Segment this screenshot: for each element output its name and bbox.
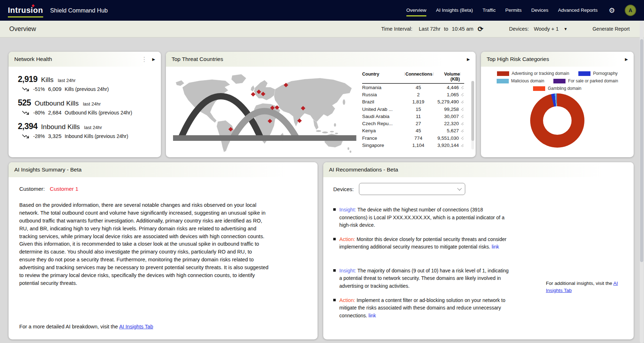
insight-item: Insight: The majority of domains (9 out … [333, 267, 512, 290]
cell-connections: 27 [404, 121, 433, 126]
page-scrollbar-track [640, 21, 644, 343]
table-row: Russia21,065 [362, 91, 464, 98]
threat-countries-header: Top Threat Countries ▶ [166, 52, 476, 67]
stat-period: last 24hr [58, 78, 76, 83]
resize-handle-icon[interactable] [461, 122, 464, 126]
legend-item[interactable]: Malicious domain [497, 78, 544, 83]
page-title: Overview [9, 25, 36, 33]
ai-summary-body: Customer: Customer 1 Based on the provid… [9, 177, 318, 339]
action-text: Implement a content filter or ad-blockin… [339, 297, 505, 318]
col-volume[interactable]: Volume (KB) [433, 72, 460, 82]
logo-text: Intrusion [8, 6, 43, 15]
world-map [171, 68, 362, 155]
col-connections[interactable]: Connections [405, 72, 433, 82]
network-health-body: 2,919 Kills last 24hr -51% 6,009 Kills (… [9, 67, 161, 139]
refresh-icon[interactable]: ⟳ [478, 25, 483, 33]
stat-delta: -51% [33, 86, 45, 92]
intrusion-logo[interactable]: Intrusion [8, 6, 43, 15]
resize-handle-icon[interactable] [461, 100, 464, 104]
app-title: Shield Command Hub [50, 7, 108, 14]
chevron-down-icon [457, 186, 462, 191]
gear-icon[interactable]: ⚙ [609, 6, 615, 15]
cell-volume: 5,279,490 [432, 99, 459, 104]
resize-handle-icon[interactable] [461, 86, 464, 89]
nav-permits[interactable]: Permits [505, 7, 522, 14]
cell-connections: 774 [404, 135, 433, 141]
insight-item: Insight: The device with the highest num… [333, 206, 512, 229]
insight-text: The majority of domains (9 out of 10) ha… [339, 268, 509, 289]
generate-report-button[interactable]: Generate Report [593, 26, 630, 32]
stat-prev-label: Inbound Kills (previous 24hr) [65, 133, 128, 139]
action-link[interactable]: link [369, 313, 376, 318]
trend-down-icon [22, 134, 30, 139]
nav-overview[interactable]: Overview [406, 7, 426, 14]
resize-handle-icon[interactable] [461, 107, 464, 111]
ai-recommendations-header: AI Recommendations - Beta [323, 162, 634, 177]
stat-prev-label: Outbound Kills (previous 24hr) [65, 110, 132, 116]
stat-label: Inbound Kills [41, 123, 80, 131]
legend-item[interactable]: Advertising or tracking domain [497, 71, 569, 76]
col-country[interactable]: Country [362, 72, 404, 82]
devices-caret-icon[interactable]: ▼ [564, 27, 568, 31]
page-scrollbar-thumb[interactable] [640, 39, 643, 262]
table-row: Saudi Arabia1130,007 [362, 113, 464, 120]
legend-label: Pornography [593, 71, 618, 76]
resize-handle-icon[interactable] [461, 144, 464, 147]
table-row: United Arab ...1599,258 [362, 106, 464, 113]
nav-advanced-reports[interactable]: Advanced Reports [558, 7, 598, 14]
sub-header-controls: Time Interval: Last 72hr to 10:45 am ⟳ D… [381, 25, 630, 33]
table-scrollbar-thumb[interactable] [471, 81, 474, 141]
ai-insights-tab-link[interactable]: AI Insights Tab [119, 324, 153, 329]
stat-label: Kills [41, 76, 54, 84]
threat-table-header-row: Country Connections Volume (KB) [362, 72, 464, 84]
cell-country: United Arab ... [362, 107, 404, 112]
stat-label: Outbound Kills [35, 99, 79, 107]
legend-swatch [553, 79, 566, 83]
devices-label: Devices: [509, 26, 529, 32]
threat-table: Country Connections Volume (KB) Romania4… [362, 72, 464, 149]
resize-handle-icon[interactable] [461, 129, 464, 133]
resize-handle-icon[interactable] [461, 93, 464, 96]
devices-select[interactable] [359, 183, 465, 195]
insight-label: Insight: [339, 207, 356, 213]
cell-country: Kenya [362, 128, 404, 133]
devices-value[interactable]: Woody + 1 [534, 26, 558, 32]
risk-categories-title: Top High Risk Categories [487, 56, 549, 62]
resize-handle-icon[interactable] [461, 114, 464, 118]
table-row: Brazil1,8195,279,490 [362, 98, 464, 106]
bullet-icon [333, 299, 336, 301]
legend-item[interactable]: Gambling domain [533, 86, 581, 91]
legend-item[interactable]: Pornography [578, 71, 618, 76]
cell-country: Russia [362, 92, 404, 97]
time-to-word: to [444, 26, 448, 32]
trend-down-icon [22, 110, 30, 115]
ai-summary-footer-text: For a more detailed AI breakdown, visit … [19, 324, 119, 329]
expand-arrow-icon[interactable]: ▶ [625, 57, 628, 62]
rec-devices-label: Devices: [333, 186, 354, 192]
stat-kills: 2,919 Kills last 24hr -51% 6,009 Kills (… [18, 75, 152, 92]
cell-country: Romania [362, 85, 404, 90]
resize-handle-icon[interactable] [461, 136, 464, 140]
legend-item[interactable]: For sale or parked domain [553, 78, 618, 83]
table-row: Singapore1,1043,920,144 [362, 142, 464, 149]
stat-inbound-kills: 2,394 Inbound Kills last 24hr -28% 3,325… [18, 122, 152, 139]
insight-label: Insight: [339, 268, 356, 273]
network-health-header: Network Health ⋮ ▶ [9, 52, 161, 67]
expand-arrow-icon[interactable]: ▶ [467, 57, 470, 62]
stat-delta: -80% [33, 110, 45, 116]
nav-devices[interactable]: Devices [531, 7, 548, 14]
legend-swatch [533, 86, 545, 91]
stat-prev-label: Kills (previous 24hr) [65, 86, 109, 92]
ai-recommendations-title: AI Recommendations - Beta [329, 167, 398, 173]
stat-prev-value: 6,009 [48, 86, 62, 92]
expand-arrow-icon[interactable]: ▶ [152, 57, 155, 62]
cell-volume: 4,446 [432, 85, 459, 90]
nav-traffic[interactable]: Traffic [482, 7, 496, 14]
risk-donut-chart[interactable] [530, 93, 584, 148]
avatar[interactable]: A [625, 5, 636, 16]
nav-ai-insights[interactable]: AI Insights (Beta) [436, 7, 473, 14]
time-interval-label: Time Interval: [381, 26, 412, 32]
kebab-menu-icon[interactable]: ⋮ [141, 56, 147, 62]
action-link[interactable]: link [492, 244, 499, 250]
stat-period: last 24hr [83, 101, 101, 107]
